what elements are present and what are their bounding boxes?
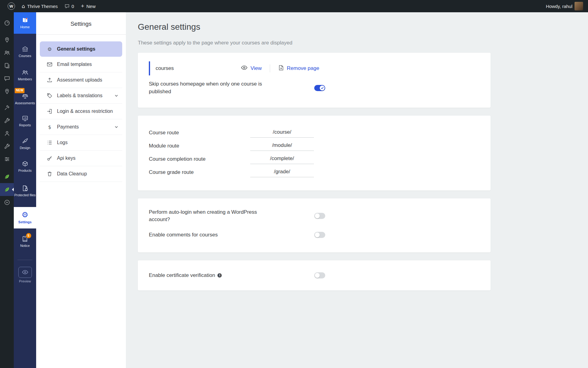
courses-page-card: courses View Remove page Skip courses ho…	[138, 53, 491, 108]
sidebar-item-notice[interactable]: 5 Notice	[14, 232, 36, 251]
courses-page-name: courses	[156, 65, 241, 71]
wp-menu-users-group[interactable]	[0, 46, 14, 59]
account-menu[interactable]: Howdy, rahul	[543, 0, 584, 12]
wp-menu-tools[interactable]	[0, 140, 14, 153]
play-circle-icon	[4, 199, 10, 205]
nav-item-assessment-uploads[interactable]: Assessment uploads	[40, 72, 122, 88]
thrive-apprentice-leaf-icon	[4, 186, 10, 193]
settings-nav-list: ⚙ General settings Email templates Asses…	[36, 35, 126, 182]
remove-page-link[interactable]: Remove page	[278, 65, 319, 72]
certificate-toggle[interactable]	[314, 272, 325, 278]
sidebar-item-label: Design	[20, 146, 30, 150]
comments-menu[interactable]: 0	[61, 0, 77, 12]
new-label: New	[86, 4, 96, 9]
wrench-icon	[4, 117, 10, 124]
gear-icon: ⚙	[21, 211, 28, 219]
sidebar-item-members[interactable]: Members	[14, 66, 36, 84]
key-icon	[47, 155, 53, 161]
nav-item-label: Payments	[57, 124, 79, 130]
routes-card: Course route Module route Course complet…	[138, 116, 491, 190]
sidebar-item-settings[interactable]: ⚙ Settings	[14, 207, 36, 228]
nav-item-general-settings[interactable]: ⚙ General settings	[40, 41, 122, 57]
sidebar-item-label: Products	[18, 169, 32, 173]
thrive-leaf-icon	[4, 174, 10, 180]
wp-menu-tools-hammer[interactable]	[0, 101, 14, 114]
paintbrush-icon	[22, 138, 28, 144]
sidebar-item-label: Reports	[19, 123, 31, 128]
course-route-input[interactable]	[250, 128, 314, 138]
pages-icon	[4, 63, 10, 69]
protected-file-icon	[22, 185, 28, 192]
course-completion-route-input[interactable]	[250, 154, 314, 164]
sidebar-item-courses[interactable]: Courses	[14, 43, 36, 61]
sidebar-item-label: Home	[20, 25, 30, 29]
site-menu[interactable]: ⌂ Thrive Themes	[18, 0, 61, 12]
nav-item-data-cleanup[interactable]: Data Cleanup	[40, 166, 122, 182]
wp-menu-settings[interactable]	[0, 153, 14, 166]
nav-item-login-access[interactable]: Login & access restriction	[40, 104, 122, 119]
upload-icon	[47, 77, 53, 83]
sidebar-item-products[interactable]: Products	[14, 158, 36, 175]
gear-icon: ⚙	[47, 46, 52, 52]
pushpin-icon	[4, 88, 10, 94]
home-icon: ⌂	[22, 4, 25, 9]
wp-menu-dashboard[interactable]	[0, 17, 14, 29]
comments-bubble-icon	[65, 4, 70, 9]
main-content: General settings These settings apply to…	[126, 12, 588, 368]
wp-menu-pages[interactable]	[0, 59, 14, 72]
route-row: Module route	[149, 139, 480, 152]
sidebar-item-protected-files[interactable]: Protected files	[14, 180, 36, 202]
wp-menu-wrench[interactable]	[0, 114, 14, 127]
info-icon[interactable]: i	[217, 273, 222, 278]
site-name: Thrive Themes	[27, 4, 58, 9]
products-box-icon	[22, 160, 28, 167]
nav-item-api-keys[interactable]: Api keys	[40, 151, 122, 166]
plus-icon: +	[81, 3, 84, 9]
sidebar-item-reports[interactable]: Reports	[14, 112, 36, 130]
toggle-row: Perform auto-login when creating a WordP…	[149, 206, 480, 225]
toggle-knob	[320, 86, 325, 90]
wp-menu-profile[interactable]	[0, 127, 14, 140]
wp-menu-posts[interactable]	[0, 33, 14, 46]
thrive-apprentice-sidebar: Home Courses Members NEW Assessments Rep…	[14, 12, 36, 368]
view-page-link[interactable]: View	[241, 65, 262, 71]
auto-login-toggle[interactable]	[314, 213, 325, 219]
reports-icon	[22, 115, 28, 122]
nav-item-email-templates[interactable]: Email templates	[40, 57, 122, 72]
route-row: Course grade route	[149, 166, 480, 179]
notice-count-badge: 5	[26, 233, 31, 238]
wp-menu-thrive-apprentice[interactable]	[0, 183, 14, 196]
new-badge: NEW	[15, 88, 24, 93]
page-title: General settings	[138, 22, 588, 32]
cleanup-icon	[47, 171, 53, 177]
accent-bar	[149, 61, 150, 75]
sidebar-item-assessments[interactable]: NEW Assessments	[14, 89, 36, 109]
enable-comments-toggle[interactable]	[314, 232, 325, 238]
wp-menu-video[interactable]	[0, 196, 14, 209]
sidebar-item-label: Notice	[20, 244, 30, 248]
users-icon	[4, 50, 10, 56]
skip-homepage-toggle[interactable]	[314, 85, 325, 91]
wp-logo-menu[interactable]: W	[4, 0, 18, 12]
toggle-knob	[315, 232, 320, 237]
nav-item-labels-translations[interactable]: Labels & translations	[40, 88, 122, 104]
wp-menu-thrive-dashboard[interactable]	[0, 170, 14, 183]
wp-menu-plugin-pin[interactable]	[0, 85, 14, 98]
nav-item-logs[interactable]: Logs	[40, 135, 122, 151]
nav-item-payments[interactable]: $ Payments	[40, 119, 122, 135]
sidebar-item-home[interactable]: Home	[14, 12, 36, 34]
sidebar-item-preview[interactable]: Preview	[14, 264, 36, 286]
remove-page-icon	[278, 65, 284, 72]
login-comments-card: Perform auto-login when creating a WordP…	[138, 198, 491, 252]
nav-item-label: Api keys	[57, 155, 75, 161]
sidebar-item-label: Settings	[18, 220, 32, 224]
auto-login-label: Perform auto-login when creating a WordP…	[149, 209, 314, 224]
scales-icon	[22, 93, 28, 100]
tag-icon	[47, 93, 53, 98]
course-grade-route-input[interactable]	[250, 167, 314, 177]
new-menu[interactable]: + New	[77, 0, 99, 12]
module-route-input[interactable]	[250, 141, 314, 151]
sidebar-item-design[interactable]: Design	[14, 135, 36, 153]
wordpress-logo-icon: W	[8, 2, 15, 10]
wp-menu-comments[interactable]	[0, 72, 14, 85]
